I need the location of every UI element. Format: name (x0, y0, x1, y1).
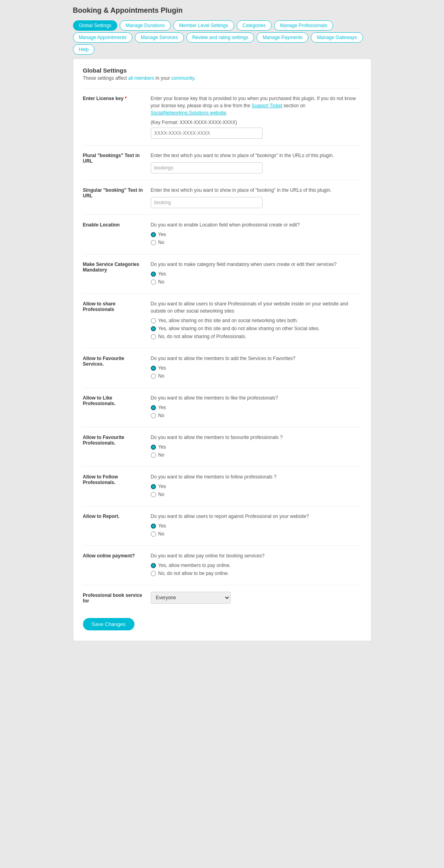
field-favourite-services: Do you want to allow the members to add … (151, 355, 361, 381)
radio-online-payment-yes[interactable]: Yes, allow members to pay online. (151, 563, 361, 568)
radio-input-service-categories-no[interactable] (151, 279, 156, 285)
radio-enable-location-yes[interactable]: Yes (151, 232, 361, 237)
field-singular-booking: Enter the text which you want to show in… (151, 187, 361, 208)
radio-input-like-professionals-yes[interactable] (151, 405, 156, 410)
field-service-categories: Do you want to make category field manda… (151, 261, 361, 287)
radio-follow-professionals-no[interactable]: No (151, 492, 361, 497)
desc-license-key: Enter your license key that is provided … (151, 95, 361, 116)
field-book-service-for: Everyone Members (151, 592, 361, 604)
radio-service-categories-no[interactable]: No (151, 279, 361, 285)
plural-bookings-input[interactable] (151, 162, 262, 173)
radio-input-follow-professionals-yes[interactable] (151, 484, 156, 489)
radio-group-online-payment: Yes, allow members to pay online. No, do… (151, 563, 361, 576)
tab-review-rating-settings[interactable]: Review and rating settings (186, 32, 255, 43)
panel-subtitle: These settings affect all members in you… (83, 75, 361, 81)
radio-input-favourite-services-yes[interactable] (151, 366, 156, 371)
desc-allow-report: Do you want to allow users to report aga… (151, 513, 361, 520)
form-row-favourite-services: Allow to Favourite Services. Do you want… (83, 348, 361, 388)
support-ticket-link[interactable]: Support Ticket (252, 103, 282, 108)
form-row-license-key: Enter License key * Enter your license k… (83, 88, 361, 145)
field-share-professionals: Do you want to allow users to share Prof… (151, 300, 361, 342)
desc-favourite-services: Do you want to allow the members to add … (151, 355, 361, 362)
field-plural-bookings: Enter the text which you want to show in… (151, 152, 361, 173)
radio-input-service-categories-yes[interactable] (151, 272, 156, 277)
tab-help[interactable]: Help (73, 44, 95, 55)
label-service-categories: Make Service Categories Mandatory (83, 261, 151, 287)
nav-row-3: Help (73, 44, 371, 55)
radio-input-enable-location-yes[interactable] (151, 232, 156, 237)
tab-global-settings[interactable]: Global Settings (73, 20, 117, 31)
radio-input-favourite-professionals-no[interactable] (151, 453, 156, 458)
form-row-like-professionals: Allow to Like Professionals. Do you want… (83, 388, 361, 427)
field-allow-report: Do you want to allow users to report aga… (151, 513, 361, 539)
field-follow-professionals: Do you want to allow the members to foll… (151, 473, 361, 500)
radio-input-online-payment-no[interactable] (151, 571, 156, 576)
desc-favourite-professionals: Do you want to allow the members to favo… (151, 434, 361, 441)
label-enable-location: Enable Location (83, 221, 151, 248)
socialnetworking-link[interactable]: SocialNetworking.Solutions website (151, 110, 226, 116)
label-follow-professionals: Allow to Follow Professionals. (83, 473, 151, 500)
label-plural-bookings: Plural "bookings" Text in URL (83, 152, 151, 173)
form-row-service-categories: Make Service Categories Mandatory Do you… (83, 254, 361, 293)
radio-allow-report-yes[interactable]: Yes (151, 523, 361, 529)
radio-online-payment-no[interactable]: No, do not allow to be pay online. (151, 571, 361, 576)
radio-input-like-professionals-no[interactable] (151, 413, 156, 418)
radio-input-favourite-professionals-yes[interactable] (151, 445, 156, 450)
radio-input-online-payment-yes[interactable] (151, 563, 156, 568)
radio-follow-professionals-yes[interactable]: Yes (151, 484, 361, 489)
radio-share-no[interactable]: No, do not allow sharing of Professional… (151, 334, 361, 339)
tab-manage-appointments[interactable]: Manage Appointments (73, 32, 132, 43)
panel-title: Global Settings (83, 67, 361, 74)
form-row-allow-report: Allow to Report. Do you want to allow us… (83, 506, 361, 545)
radio-input-share-this-site[interactable] (151, 326, 156, 331)
tab-manage-professionals[interactable]: Manage Professionals (274, 20, 333, 31)
radio-allow-report-no[interactable]: No (151, 531, 361, 537)
radio-enable-location-no[interactable]: No (151, 240, 361, 245)
radio-like-professionals-yes[interactable]: Yes (151, 405, 361, 410)
radio-favourite-services-yes[interactable]: Yes (151, 365, 361, 371)
tab-manage-gateways[interactable]: Manage Gateways (311, 32, 363, 43)
radio-input-share-both[interactable] (151, 318, 156, 323)
nav-row-2: Manage Appointments Manage Services Revi… (73, 32, 371, 43)
radio-input-allow-report-no[interactable] (151, 531, 156, 537)
label-license-key: Enter License key * (83, 95, 151, 139)
desc-service-categories: Do you want to make category field manda… (151, 261, 361, 268)
form-row-share-professionals: Allow to share Professionals Do you want… (83, 293, 361, 348)
radio-favourite-professionals-no[interactable]: No (151, 452, 361, 458)
save-changes-button[interactable]: Save Changes (83, 618, 134, 630)
radio-service-categories-yes[interactable]: Yes (151, 271, 361, 277)
form-row-singular-booking: Singular "booking" Text in URL Enter the… (83, 180, 361, 215)
singular-booking-input[interactable] (151, 197, 262, 208)
label-online-payment: Allow online payment? (83, 552, 151, 579)
radio-input-share-no[interactable] (151, 334, 156, 339)
desc-enable-location: Do you want to enable Location field whe… (151, 221, 361, 228)
radio-input-allow-report-yes[interactable] (151, 524, 156, 529)
tab-manage-payments[interactable]: Manage Payments (257, 32, 308, 43)
tab-manage-services[interactable]: Manage Services (135, 32, 184, 43)
form-row-book-service-for: Professional book service for Everyone M… (83, 585, 361, 610)
radio-share-both[interactable]: Yes, allow sharing on this site and on s… (151, 318, 361, 323)
license-key-input[interactable] (151, 128, 262, 139)
form-row-favourite-professionals: Allow to Favourite Professionals. Do you… (83, 427, 361, 466)
field-favourite-professionals: Do you want to allow the members to favo… (151, 434, 361, 460)
desc-share-professionals: Do you want to allow users to share Prof… (151, 300, 361, 315)
required-indicator: * (125, 96, 127, 101)
book-service-for-select[interactable]: Everyone Members (151, 592, 231, 604)
radio-like-professionals-no[interactable]: No (151, 413, 361, 418)
radio-favourite-services-no[interactable]: No (151, 373, 361, 379)
tab-member-level-settings[interactable]: Member Level Settings (173, 20, 234, 31)
save-section: Save Changes (83, 610, 361, 633)
radio-favourite-professionals-yes[interactable]: Yes (151, 444, 361, 450)
tab-categories[interactable]: Categories (237, 20, 272, 31)
label-book-service-for: Professional book service for (83, 592, 151, 604)
field-online-payment: Do you want to allow pay online for book… (151, 552, 361, 579)
radio-input-enable-location-no[interactable] (151, 240, 156, 245)
radio-input-follow-professionals-no[interactable] (151, 492, 156, 497)
community-link[interactable]: community (171, 75, 194, 81)
label-singular-booking: Singular "booking" Text in URL (83, 187, 151, 208)
radio-share-this-site[interactable]: Yes, allow sharing on this site and do n… (151, 326, 361, 331)
field-enable-location: Do you want to enable Location field whe… (151, 221, 361, 248)
radio-group-like-professionals: Yes No (151, 405, 361, 418)
tab-manage-durations[interactable]: Manage Durations (120, 20, 171, 31)
radio-input-favourite-services-no[interactable] (151, 374, 156, 379)
